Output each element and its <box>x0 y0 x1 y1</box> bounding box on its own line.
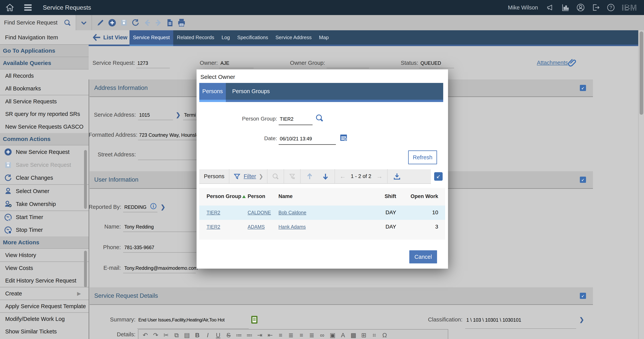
find-navigation-input[interactable]: Find Navigation Item <box>0 30 89 45</box>
calendar-icon[interactable] <box>339 133 348 142</box>
tab-map[interactable]: Map <box>315 30 332 45</box>
sidebar-header-common-actions[interactable]: Common Actions <box>0 133 89 145</box>
new-record-icon[interactable] <box>108 18 116 27</box>
tab-service-request[interactable]: Service Request <box>130 30 173 45</box>
sidebar-header-go-to-applications[interactable]: Go To Applications <box>0 45 89 57</box>
previous-page-icon[interactable]: ← <box>340 173 346 180</box>
window-scrollbar[interactable] <box>638 30 644 339</box>
table-icon[interactable]: ⊞ <box>360 331 368 339</box>
tab-specifications[interactable]: Specifications <box>234 30 272 45</box>
action-edit-history-sr[interactable]: Edit History Service Request <box>0 274 89 287</box>
italic-icon[interactable]: I <box>204 332 212 339</box>
find-record-input[interactable]: Find Service Request <box>4 20 64 26</box>
name-value[interactable]: Tony Redding <box>124 224 154 230</box>
download-icon[interactable] <box>393 172 401 180</box>
email-value[interactable]: Tony.Redding@maximodemo.com <box>124 265 198 271</box>
action-clear-changes[interactable]: Clear Changes <box>0 171 89 184</box>
cell-name[interactable]: Hank Adams <box>278 224 306 230</box>
col-shift[interactable]: Shift <box>376 193 396 199</box>
copy-icon[interactable]: ⧉ <box>172 332 181 339</box>
person-group-search-icon[interactable] <box>315 113 324 123</box>
print-icon[interactable] <box>177 19 186 27</box>
profile-icon[interactable] <box>576 3 585 12</box>
sidebar-item-sr-query[interactable]: SR query for my reported SRs <box>0 108 89 120</box>
collapse-section-icon[interactable]: ↙ <box>580 177 586 183</box>
undo-icon[interactable]: ↶ <box>141 331 150 339</box>
service-address-detail-chevron[interactable]: ❯ <box>176 112 180 118</box>
persons-table-row[interactable]: TIER2 CALDONE Bob Caldone DAY 10 <box>199 206 445 220</box>
tab-log[interactable]: Log <box>218 30 234 45</box>
align-center-icon[interactable]: ≣ <box>287 331 295 339</box>
sidebar-scrollbar-thumb-1[interactable] <box>84 150 87 209</box>
announcement-icon[interactable] <box>546 3 554 12</box>
cell-person-group[interactable]: TIER2 <box>206 224 220 230</box>
attachments-link[interactable]: Attachments <box>537 60 568 66</box>
cell-person[interactable]: ADAMS <box>248 224 265 230</box>
collapse-section-icon[interactable]: ↙ <box>580 85 586 91</box>
owner-value[interactable]: AJE <box>220 60 229 66</box>
summary-value[interactable]: End User Issues,Facility,Heating/Air,Too… <box>138 317 224 322</box>
persons-table-row[interactable]: TIER2 ADAMS Hank Adams DAY 3 <box>199 220 445 234</box>
cell-name[interactable]: Bob Caldone <box>278 210 306 215</box>
phone-value[interactable]: 781-335-9667 <box>124 245 154 250</box>
classification-detail-chevron[interactable]: ❯ <box>579 316 584 323</box>
tab-related-records[interactable]: Related Records <box>173 30 218 45</box>
align-right-icon[interactable]: ≡ <box>297 332 306 339</box>
action-start-timer[interactable]: Start Timer <box>0 211 89 223</box>
next-page-icon[interactable]: → <box>376 173 382 180</box>
action-view-costs[interactable]: View Costs <box>0 261 89 274</box>
user-name[interactable]: Mike Wilson <box>508 5 538 11</box>
link-icon[interactable]: ∞ <box>318 332 326 339</box>
save-icon[interactable] <box>120 19 128 27</box>
find-record-box[interactable]: Find Service Request <box>0 15 76 30</box>
sidebar-item-all-records[interactable]: All Records <box>0 69 89 82</box>
sidebar-item-all-service-requests[interactable]: All Service Requests <box>0 95 89 108</box>
cut-icon[interactable]: ✂ <box>162 331 170 339</box>
edit-icon[interactable] <box>96 19 105 27</box>
home-icon[interactable] <box>6 3 14 12</box>
service-request-value[interactable]: 1273 <box>138 60 148 66</box>
align-left-icon[interactable]: ≡ <box>276 332 285 339</box>
action-apply-sr-template[interactable]: Apply Service Request Template <box>0 300 89 312</box>
refresh-button[interactable]: Refresh <box>408 150 437 164</box>
long-description-icon[interactable] <box>250 315 258 324</box>
find-options-button[interactable] <box>76 15 92 30</box>
action-select-owner[interactable]: Select Owner <box>0 184 89 197</box>
tab-persons[interactable]: Persons <box>199 83 226 100</box>
cell-person[interactable]: CALDONE <box>248 210 271 215</box>
report-chart-icon[interactable] <box>561 3 570 12</box>
cell-person-group[interactable]: TIER2 <box>206 210 220 215</box>
action-save-service-request[interactable]: Save Service Request <box>0 159 89 171</box>
sign-out-icon[interactable] <box>592 3 600 12</box>
paste-icon[interactable]: ▤ <box>183 331 191 339</box>
action-take-ownership[interactable]: Take Ownership <box>0 197 89 211</box>
source-icon[interactable]: ⌗ <box>370 332 378 339</box>
menu-icon[interactable] <box>24 4 32 11</box>
col-open-work[interactable]: Open Work <box>407 193 438 199</box>
clear-changes-icon[interactable] <box>131 19 140 27</box>
action-modify-delete-work-log[interactable]: Modify/Delete Work Log <box>0 312 89 325</box>
date-value[interactable]: 06/10/21 13:49 <box>280 136 312 142</box>
back-to-list-view[interactable]: List View <box>89 30 130 45</box>
tab-person-groups[interactable]: Person Groups <box>226 83 276 100</box>
formatted-address-value[interactable]: 723 Courtney Way, Hounslo <box>139 132 199 138</box>
action-create[interactable]: Create▶ <box>0 287 89 300</box>
reported-by-value[interactable]: REDDING <box>124 204 146 210</box>
status-value[interactable]: QUEUED <box>420 60 441 66</box>
find-search-icon[interactable] <box>64 19 72 27</box>
sidebar-scrollbar-thumb-2[interactable] <box>84 251 87 287</box>
filter-link[interactable]: Filter <box>244 173 256 180</box>
service-address-value[interactable]: 1015 <box>139 112 150 118</box>
reports-icon[interactable] <box>166 19 174 27</box>
next-record-icon[interactable] <box>154 19 163 27</box>
service-address-desc[interactable]: Termi <box>184 112 196 118</box>
clear-filter-icon[interactable] <box>288 173 296 180</box>
sidebar-item-new-sr-gasco[interactable]: New Service Requests GASCO <box>0 120 89 133</box>
paperclip-icon[interactable] <box>567 58 577 68</box>
action-new-service-request[interactable]: New Service Request <box>0 145 89 159</box>
outdent-icon[interactable]: ⇤ <box>266 331 274 339</box>
sidebar-item-all-bookmarks[interactable]: All Bookmarks <box>0 82 89 95</box>
maximize-grid-icon[interactable]: ↙ <box>434 172 443 181</box>
justify-icon[interactable]: ≣ <box>308 331 316 339</box>
bold-icon[interactable]: B <box>193 332 202 339</box>
